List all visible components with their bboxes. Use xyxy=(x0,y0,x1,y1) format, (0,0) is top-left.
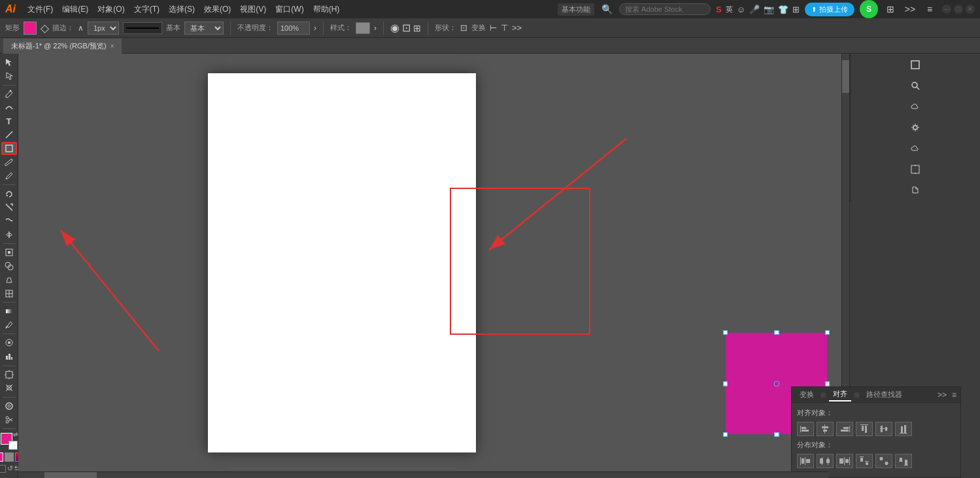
search-input[interactable] xyxy=(619,3,711,15)
handle-top-mid[interactable] xyxy=(774,330,779,335)
v-scroll-thumb[interactable] xyxy=(842,60,849,93)
style-chevron[interactable]: › xyxy=(374,24,377,33)
dist-center-v-btn[interactable] xyxy=(875,454,892,468)
scissors-tool[interactable] xyxy=(1,413,17,426)
dist-left-btn[interactable] xyxy=(797,454,814,468)
emoji-icon[interactable]: ☺ xyxy=(737,5,745,14)
gradient-tool[interactable] xyxy=(1,305,17,318)
direct-select-tool[interactable] xyxy=(1,70,17,82)
fill-indicator[interactable] xyxy=(0,452,3,462)
active-tab[interactable]: 未标题-1* @ 22% (RGB/预览) × xyxy=(3,38,122,54)
menu-file[interactable]: 文件(F) xyxy=(24,3,57,16)
stroke-weight-dropdown[interactable]: 1px2px xyxy=(88,22,119,35)
selection-tool[interactable] xyxy=(1,56,17,69)
dist-top-btn[interactable] xyxy=(856,454,873,468)
h-scroll-thumb[interactable] xyxy=(44,472,97,478)
opacity-chevron[interactable]: › xyxy=(314,24,316,33)
scale-tool[interactable] xyxy=(1,201,17,214)
transform3-icon[interactable]: ⊤ xyxy=(501,23,508,33)
dist-center-h-btn[interactable] xyxy=(817,454,834,468)
right-gear-icon[interactable] xyxy=(907,119,924,136)
panel-tab-align[interactable]: 对齐 xyxy=(829,388,851,401)
basic-function[interactable]: 基本功能 xyxy=(558,3,594,16)
stroke-color-indicator[interactable]: ◻ xyxy=(38,22,51,35)
stroke-up-arrow[interactable]: ∧ xyxy=(78,24,84,33)
align-center-h-btn[interactable] xyxy=(817,422,834,436)
warp-tool[interactable] xyxy=(1,215,17,228)
apps-icon[interactable]: ⊞ xyxy=(792,5,800,14)
right-zoom-icon[interactable] xyxy=(907,77,924,94)
shirt-icon[interactable]: 👕 xyxy=(778,5,788,14)
stock-upload-button[interactable]: ⬆ 拍摄上传 xyxy=(805,3,854,16)
sougou-icon[interactable]: S xyxy=(716,5,722,14)
menu-effect[interactable]: 效果(O) xyxy=(200,3,235,16)
menu-view[interactable]: 视图(V) xyxy=(236,3,270,16)
align-icon[interactable]: ⊞ xyxy=(413,23,421,33)
maximize-button[interactable]: □ xyxy=(954,5,963,14)
shape-builder-tool[interactable] xyxy=(1,260,17,273)
rotate-tool[interactable] xyxy=(1,188,17,200)
handle-mid-right[interactable] xyxy=(825,381,830,386)
menu-icon[interactable]: ≡ xyxy=(922,2,937,16)
align-left-btn[interactable] xyxy=(797,422,814,436)
pen-tool[interactable] xyxy=(1,88,17,100)
h-scrollbar[interactable] xyxy=(18,471,828,478)
align-bottom-btn[interactable] xyxy=(895,422,912,436)
isolate-icon[interactable]: ◉ xyxy=(390,22,399,34)
paintbrush-tool[interactable] xyxy=(1,156,17,169)
canvas-area[interactable] xyxy=(18,54,849,478)
line-tool[interactable] xyxy=(1,129,17,141)
handle-bottom-mid[interactable] xyxy=(774,432,779,437)
more-props-icon[interactable]: >> xyxy=(512,23,522,33)
align-center-v-btn[interactable] xyxy=(875,422,892,436)
align-right-btn[interactable] xyxy=(836,422,853,436)
artboard-tool[interactable] xyxy=(1,368,17,381)
pencil-tool[interactable] xyxy=(1,170,17,182)
menu-window[interactable]: 窗口(W) xyxy=(271,3,307,16)
handle-mid-left[interactable] xyxy=(723,381,728,386)
width-tool[interactable] xyxy=(1,228,17,241)
panel-tab-transform[interactable]: 变换 xyxy=(796,388,818,401)
dist-bottom-btn[interactable] xyxy=(895,454,912,468)
tab-close-button[interactable]: × xyxy=(110,43,114,50)
fill-color-swatch[interactable] xyxy=(24,22,37,35)
panel-menu-icon[interactable]: ≡ xyxy=(952,390,956,400)
more-icon[interactable]: >> xyxy=(903,2,917,16)
right-artboard-icon[interactable] xyxy=(907,161,924,178)
symbol-tool[interactable] xyxy=(1,337,17,349)
transform2-icon[interactable]: ⊢ xyxy=(490,23,497,33)
close-button[interactable]: ✕ xyxy=(966,5,975,14)
menu-select[interactable]: 选择(S) xyxy=(165,3,199,16)
menu-edit[interactable]: 编辑(E) xyxy=(58,3,92,16)
align-top-btn[interactable] xyxy=(856,422,873,436)
style-swatch[interactable] xyxy=(356,22,370,34)
rectangle-tool[interactable] xyxy=(1,142,17,155)
mesh-tool[interactable] xyxy=(1,287,17,299)
reset-colors-icon[interactable]: ↺ xyxy=(7,464,13,473)
user-avatar[interactable]: S xyxy=(860,0,878,18)
panels-icon[interactable]: ⊞ xyxy=(883,2,898,16)
handle-bottom-left[interactable] xyxy=(723,432,728,437)
phone-icon[interactable]: 📷 xyxy=(764,5,774,14)
slice-tool[interactable] xyxy=(1,382,17,394)
perspective-tool[interactable] xyxy=(1,273,17,286)
menu-object[interactable]: 对象(O) xyxy=(93,3,128,16)
mic-icon[interactable]: 🎤 xyxy=(749,5,760,14)
handle-center[interactable] xyxy=(773,381,779,386)
panel-tab-pathfinder[interactable]: 路径查找器 xyxy=(862,388,906,401)
menu-type[interactable]: 文字(T) xyxy=(130,3,163,16)
screenshot-tool[interactable] xyxy=(0,465,6,473)
opacity-input[interactable] xyxy=(277,22,310,35)
stroke-type-dropdown[interactable]: 基本 xyxy=(184,22,224,35)
right-export-icon[interactable] xyxy=(907,182,924,199)
handle-top-left[interactable] xyxy=(723,330,728,335)
panel-more-icon[interactable]: >> xyxy=(938,390,947,400)
right-cloud2-icon[interactable] xyxy=(907,140,924,157)
transform-icon[interactable]: ⊡ xyxy=(402,22,411,34)
minimize-button[interactable]: ─ xyxy=(942,5,951,14)
color-boxes[interactable]: ⇄ xyxy=(1,433,18,450)
menu-help[interactable]: 帮助(H) xyxy=(309,3,344,16)
shape-convert-icon[interactable]: ⊡ xyxy=(460,23,467,33)
type-tool[interactable]: T xyxy=(1,115,17,128)
free-transform-tool[interactable] xyxy=(1,247,17,259)
